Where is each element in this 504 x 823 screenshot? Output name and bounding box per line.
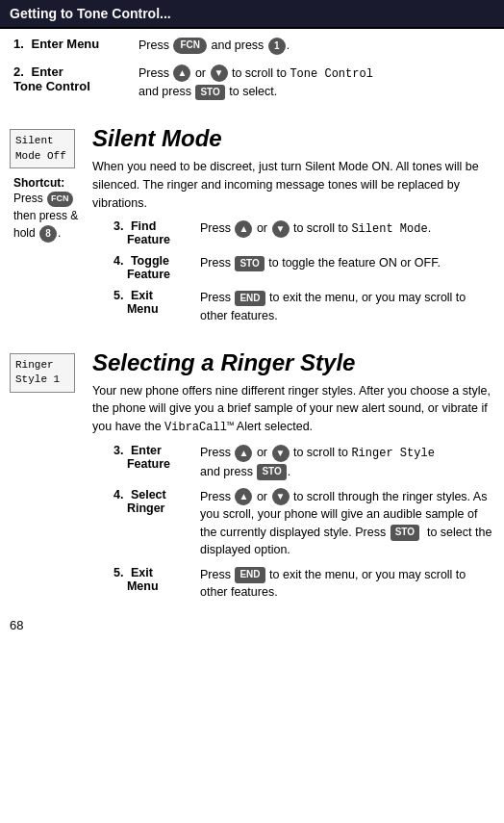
- ringer-step-5: 5. Exit Menu Press END to exit the menu,…: [113, 566, 494, 601]
- ringer-style-section: RingerStyle 1 Selecting a Ringer Style Y…: [0, 349, 504, 608]
- down-arrow-btn-2: ▼: [272, 220, 290, 238]
- top-steps-section: 1. Enter Menu Press FCN and press 1. 2. …: [0, 29, 504, 112]
- up-arrow-btn-4: ▲: [235, 488, 252, 505]
- silent-step-4: 4. Toggle Feature Press STO to toggle th…: [113, 254, 494, 281]
- step-2-label: 2. EnterTone Control: [13, 64, 139, 93]
- silent-step-3: 3. Find Feature Press ▲ or ▼ to scroll t…: [113, 219, 494, 246]
- shortcut-box: Shortcut: Press FCN then press & hold 8.: [10, 176, 85, 243]
- ringer-style-content: Selecting a Ringer Style Your new phone …: [85, 349, 494, 608]
- down-arrow-btn-4: ▼: [272, 488, 290, 505]
- sto-button-4: STO: [391, 525, 419, 541]
- page-number: 68: [0, 612, 504, 638]
- ringer-style-side-area: RingerStyle 1: [10, 349, 85, 393]
- main-content: 1. Enter Menu Press FCN and press 1. 2. …: [0, 29, 504, 608]
- shortcut-text: Press FCN then press & hold 8.: [13, 190, 85, 243]
- step-row-2: 2. EnterTone Control Press ▲ or ▼ to scr…: [13, 64, 491, 101]
- sto-button-3: STO: [257, 464, 286, 480]
- end-button-2: END: [235, 567, 265, 583]
- ringer-step-4: 4. Select Ringer Press ▲ or ▼ to scroll …: [113, 488, 494, 558]
- step-2-desc: Press ▲ or ▼ to scroll to Tone Control a…: [139, 64, 491, 101]
- header-title: Getting to Tone Control...: [10, 6, 171, 21]
- step-row-1: 1. Enter Menu Press FCN and press 1.: [13, 37, 491, 55]
- step-1-label: 1. Enter Menu: [13, 37, 139, 51]
- ringer-style-steps: 3. Enter Feature Press ▲ or ▼ to scroll …: [85, 444, 494, 601]
- num-1-button: 1: [268, 38, 286, 55]
- section-divider-2: [0, 336, 504, 349]
- ringer-style-side-label: RingerStyle 1: [15, 359, 60, 385]
- ringer-style-title: Selecting a Ringer Style: [85, 349, 494, 376]
- silent-step-5: 5. Exit Menu Press END to exit the menu,…: [113, 289, 494, 323]
- silent-mode-title: Silent Mode: [85, 125, 494, 152]
- section-divider-1: [0, 112, 504, 125]
- shortcut-label: Shortcut:: [13, 176, 85, 190]
- up-arrow-btn-3: ▲: [235, 445, 252, 462]
- silent-mode-steps: 3. Find Feature Press ▲ or ▼ to scroll t…: [85, 219, 494, 323]
- silent-mode-side-label: SilentMode Off: [15, 135, 66, 161]
- up-arrow-btn-1: ▲: [173, 64, 190, 82]
- num-8-button: 8: [39, 225, 57, 243]
- step-1-desc: Press FCN and press 1.: [139, 37, 491, 55]
- silent-mode-content: Silent Mode When you need to be discreet…: [85, 125, 494, 332]
- fcn-button-1: FCN: [173, 38, 207, 54]
- fcn-button-shortcut: FCN: [47, 192, 73, 207]
- silent-mode-section: SilentMode Off Shortcut: Press FCN then …: [0, 125, 504, 332]
- ringer-step-3: 3. Enter Feature Press ▲ or ▼ to scroll …: [113, 444, 494, 480]
- silent-mode-side-label-box: SilentMode Off Shortcut: Press FCN then …: [10, 125, 85, 250]
- up-arrow-btn-2: ▲: [235, 220, 252, 238]
- ringer-style-body: Your new phone offers nine different rin…: [85, 382, 494, 437]
- page-header: Getting to Tone Control...: [0, 0, 504, 29]
- down-arrow-btn-1: ▼: [211, 64, 228, 82]
- silent-mode-body: When you need to be discreet, just turn …: [85, 158, 494, 212]
- sto-button-1: STO: [195, 85, 224, 101]
- down-arrow-btn-3: ▼: [272, 445, 290, 462]
- end-button-1: END: [235, 291, 265, 307]
- sto-button-2: STO: [235, 256, 264, 272]
- vibracall-text: VibraCall™: [164, 421, 234, 434]
